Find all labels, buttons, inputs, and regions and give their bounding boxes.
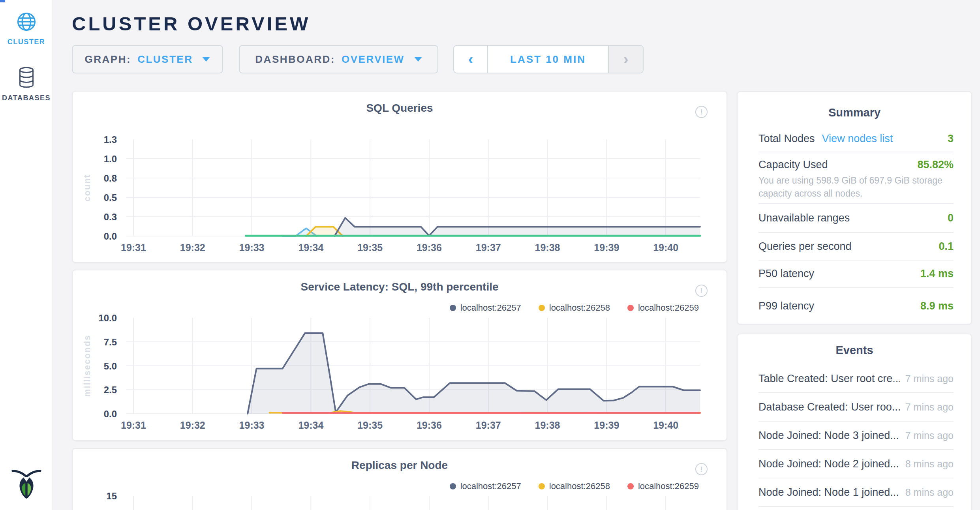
legend-item: localhost:26258: [539, 481, 610, 491]
svg-text:19:34: 19:34: [298, 420, 323, 431]
chart-legend: localhost:26257localhost:26258localhost:…: [450, 303, 699, 313]
legend-dot-icon: [539, 305, 545, 311]
summary-value: 8.9 ms: [920, 300, 954, 312]
svg-text:count: count: [82, 174, 92, 202]
svg-text:15: 15: [106, 491, 117, 501]
summary-row-qps: Queries per second 0.1: [758, 233, 954, 261]
legend-item: localhost:26259: [627, 481, 699, 491]
time-range-selector: ‹ LAST 10 MIN ›: [453, 45, 644, 73]
view-nodes-list-link[interactable]: View nodes list: [822, 133, 893, 144]
summary-value: 1.4 ms: [920, 268, 954, 280]
service-latency-chart-card: 19:3119:3219:3319:3419:3519:3619:3719:38…: [72, 270, 727, 441]
summary-label: Queries per second: [758, 240, 852, 253]
svg-text:19:34: 19:34: [298, 242, 323, 253]
graph-dropdown-label: GRAPH:: [85, 53, 131, 66]
sidebar-item-label: DATABASES: [0, 94, 53, 102]
dashboard-dropdown-value: OVERVIEW: [342, 53, 405, 66]
summary-label: P99 latency: [758, 300, 814, 312]
event-row: Node Joined: Node 1 joined... 8 mins ago: [758, 478, 954, 507]
graph-dropdown-value: CLUSTER: [137, 53, 193, 66]
chart-title: Replicas per Node: [73, 459, 727, 472]
summary-label: P50 latency: [758, 268, 814, 280]
sidebar: CLUSTER DATABASES: [0, 0, 53, 510]
replicas-per-node-plot: 19:3119:3219:3319:3419:3519:3619:3719:38…: [73, 449, 727, 510]
svg-text:0.3: 0.3: [104, 212, 117, 222]
svg-text:1.3: 1.3: [104, 134, 117, 145]
summary-value: 0.1: [939, 240, 954, 253]
svg-text:10.0: 10.0: [98, 313, 117, 323]
svg-text:19:35: 19:35: [357, 420, 383, 431]
svg-text:19:38: 19:38: [535, 242, 560, 253]
summary-row-unavailable-ranges: Unavailable ranges 0: [758, 204, 954, 233]
svg-text:1.0: 1.0: [104, 154, 117, 164]
event-row: Table Created: User root cre... 7 mins a…: [758, 365, 954, 393]
summary-value: 85.82%: [917, 159, 954, 171]
info-icon[interactable]: !: [695, 106, 708, 118]
legend-dot-icon: [450, 305, 456, 311]
events-panel: Events Table Created: User root cre... 7…: [737, 334, 972, 510]
svg-text:19:39: 19:39: [594, 420, 619, 431]
legend-dot-icon: [539, 483, 545, 489]
summary-row-capacity: Capacity Used 85.82% You are using 598.9…: [758, 152, 954, 204]
event-row: Node Joined: Node 2 joined... 8 mins ago: [758, 450, 954, 478]
legend-dot-icon: [627, 305, 634, 311]
globe-icon: [16, 27, 37, 34]
summary-row-p99: P99 latency 8.9 ms: [758, 288, 954, 324]
sidebar-item-databases[interactable]: DATABASES: [0, 66, 53, 102]
database-icon: [17, 83, 36, 90]
svg-text:0.0: 0.0: [104, 231, 117, 242]
summary-label: Capacity Used: [758, 159, 828, 171]
event-time: 7 mins ago: [905, 373, 954, 384]
time-range-value[interactable]: LAST 10 MIN: [487, 46, 609, 73]
svg-text:2.5: 2.5: [104, 384, 117, 395]
event-text: Node Joined: Node 3 joined...: [758, 429, 899, 442]
event-text: Node Joined: Node 2 joined...: [758, 458, 899, 470]
legend-item: localhost:26257: [450, 303, 521, 313]
svg-text:19:31: 19:31: [121, 420, 146, 431]
chart-legend: localhost:26257localhost:26258localhost:…: [450, 481, 699, 491]
graph-dropdown[interactable]: GRAPH: CLUSTER: [72, 45, 223, 73]
capacity-caption: You are using 598.9 GiB of 697.9 GiB sto…: [758, 174, 956, 200]
svg-text:19:37: 19:37: [476, 242, 501, 253]
legend-item: localhost:26257: [450, 481, 521, 491]
svg-text:0.8: 0.8: [104, 173, 117, 184]
summary-value: 0: [948, 212, 954, 224]
svg-text:19:37: 19:37: [476, 420, 501, 431]
event-time: 7 mins ago: [905, 401, 954, 413]
chevron-down-icon: [202, 57, 210, 62]
summary-row-p50: P50 latency 1.4 ms: [758, 261, 954, 288]
svg-text:0.5: 0.5: [104, 192, 117, 203]
svg-text:19:40: 19:40: [653, 242, 678, 253]
svg-text:19:39: 19:39: [594, 242, 619, 253]
events-title: Events: [738, 334, 971, 365]
svg-text:19:33: 19:33: [239, 242, 265, 253]
chart-title: SQL Queries: [73, 102, 727, 114]
sidebar-item-cluster[interactable]: CLUSTER: [0, 11, 53, 46]
svg-text:19:31: 19:31: [121, 242, 146, 253]
info-icon[interactable]: !: [695, 285, 708, 297]
legend-dot-icon: [450, 483, 456, 489]
legend-dot-icon: [627, 483, 634, 489]
legend-item: localhost:26258: [539, 303, 610, 313]
chart-title: Service Latency: SQL, 99th percentile: [73, 281, 727, 293]
event-time: 8 mins ago: [905, 458, 954, 470]
svg-text:0.0: 0.0: [104, 409, 117, 419]
dashboard-dropdown[interactable]: DASHBOARD: OVERVIEW: [239, 45, 438, 73]
svg-text:19:35: 19:35: [357, 242, 383, 253]
service-latency-plot: 19:3119:3219:3319:3419:3519:3619:3719:38…: [73, 270, 727, 441]
chevron-down-icon: [414, 57, 422, 62]
replicas-per-node-chart-card: 19:3119:3219:3319:3419:3519:3619:3719:38…: [72, 448, 727, 510]
legend-item: localhost:26259: [627, 303, 699, 313]
time-range-next-button[interactable]: ›: [609, 46, 643, 73]
svg-text:19:38: 19:38: [535, 420, 560, 431]
event-text: Node Joined: Node 1 joined...: [758, 486, 899, 499]
svg-text:19:36: 19:36: [417, 420, 442, 431]
time-range-prev-button[interactable]: ‹: [454, 46, 487, 73]
sidebar-item-label: CLUSTER: [0, 38, 53, 46]
svg-text:19:36: 19:36: [417, 242, 442, 253]
info-icon[interactable]: !: [695, 463, 708, 475]
dashboard-dropdown-label: DASHBOARD:: [255, 53, 335, 66]
summary-label: Unavailable ranges: [758, 212, 850, 224]
svg-text:19:40: 19:40: [653, 420, 678, 431]
svg-text:19:32: 19:32: [180, 242, 205, 253]
